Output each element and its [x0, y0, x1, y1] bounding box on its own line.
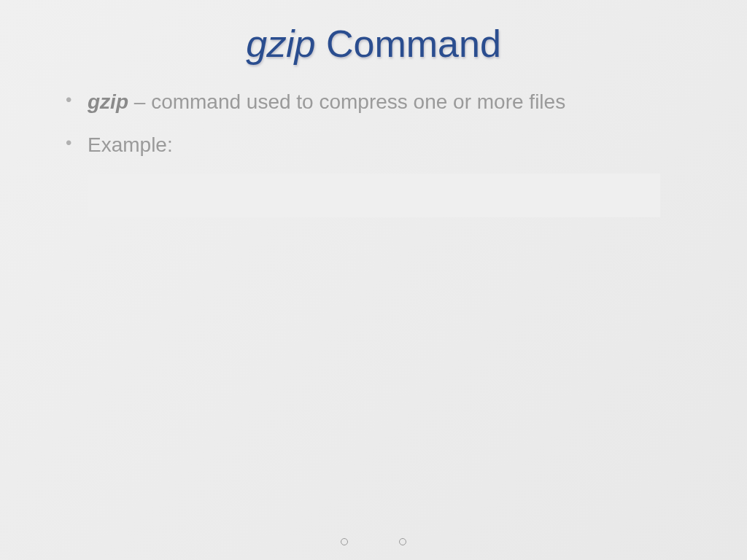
bullet-list: gzip – command used to compress one or m… [44, 88, 703, 159]
terminal-partial-top: . .. . . _ .. .._.. ..... .... .. [95, 209, 653, 218]
slide-title: gzip Command [44, 22, 703, 66]
title-italic-part: gzip [246, 23, 315, 65]
slide-container: gzip Command gzip – command used to comp… [0, 0, 747, 560]
bullet-item-2: Example: [66, 131, 703, 159]
bullet-text-2: Example: [88, 133, 173, 156]
nav-dot-next[interactable] [399, 538, 406, 545]
bullet-text-1: – command used to compress one or more f… [128, 90, 565, 113]
bullet-item-1: gzip – command used to compress one or m… [66, 88, 703, 116]
terminal-screenshot: . .. . . _ .. .._.. ..... .... .. [me@li… [88, 174, 660, 217]
bullet-bold-1: gzip [88, 90, 128, 113]
title-rest-part: Command [316, 23, 501, 65]
navigation-dots [0, 538, 747, 545]
terminal-content: . .. . . _ .. .._.. ..... .... .. [me@li… [88, 174, 660, 217]
nav-dot-prev[interactable] [341, 538, 348, 545]
